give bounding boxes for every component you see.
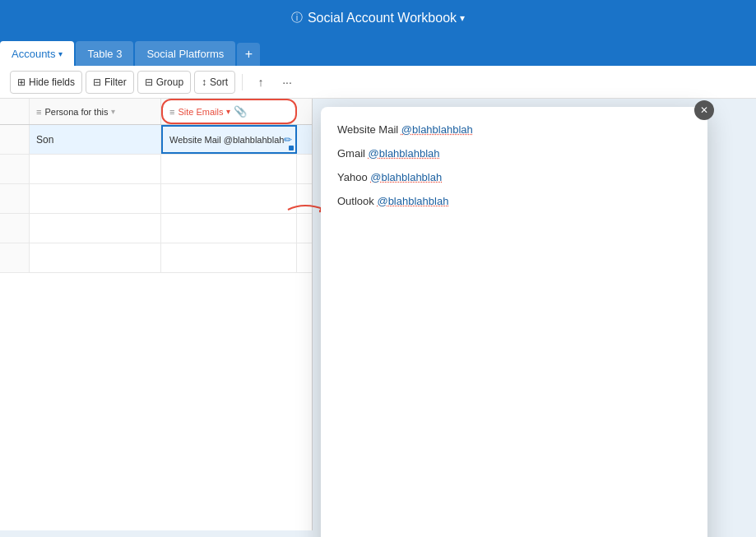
- row-2-site-emails-cell[interactable]: [161, 155, 297, 183]
- row-1-persona-value: Son: [36, 134, 53, 146]
- table-row: [0, 184, 312, 214]
- table-row: [0, 243, 312, 273]
- email-provider-0: Website Mail: [337, 123, 398, 136]
- workbook-title: Social Account Workbook: [308, 11, 457, 25]
- email-item-3: Outlook @blahblahblah: [337, 195, 691, 207]
- row-4-num: [0, 214, 30, 243]
- row-1-num: [0, 125, 30, 154]
- hide-fields-icon: ⊞: [17, 76, 26, 88]
- email-provider-3: Outlook: [337, 195, 374, 207]
- expand-dot: [289, 146, 294, 150]
- email-link-1[interactable]: @blahblahblah: [369, 147, 440, 160]
- email-link-0[interactable]: @blahblahblah: [401, 123, 473, 136]
- filter-button[interactable]: ⊟ Filter: [86, 71, 134, 94]
- email-popup: ✕ Website Mail @blahblahblah Gmail @blah…: [321, 107, 707, 537]
- more-options-button[interactable]: ···: [276, 71, 299, 94]
- popup-close-button[interactable]: ✕: [694, 100, 714, 120]
- sort-label: Sort: [210, 76, 228, 88]
- persona-field-icon: ≡: [36, 107, 41, 117]
- row-num-header: [0, 99, 30, 124]
- email-item-2: Yahoo @blahblahblah: [337, 171, 691, 183]
- table-row: [0, 214, 312, 243]
- tab-social-platforms[interactable]: Social Platforms: [135, 41, 235, 66]
- main-content: ≡ Persona for this ▾ ≡ Site Emails ▾ 📎 S…: [0, 99, 756, 530]
- row-4-site-emails-cell[interactable]: [161, 214, 297, 243]
- tab-table3[interactable]: Table 3: [76, 41, 133, 66]
- email-link-2[interactable]: @blahblahblah: [370, 171, 442, 183]
- hide-fields-button[interactable]: ⊞ Hide fields: [10, 71, 82, 94]
- site-emails-header-label: Site Emails: [178, 107, 223, 117]
- sort-button[interactable]: ↕ Sort: [194, 71, 235, 94]
- persona-column-header[interactable]: ≡ Persona for this ▾: [30, 99, 161, 124]
- hide-fields-label: Hide fields: [29, 76, 75, 88]
- row-3-num: [0, 184, 30, 213]
- row-4-persona-cell[interactable]: [30, 214, 161, 243]
- tab-bar: Accounts ▾ Table 3 Social Platforms +: [0, 36, 756, 66]
- group-icon: ⊟: [145, 76, 153, 88]
- tab-social-platforms-label: Social Platforms: [146, 48, 224, 60]
- tab-table3-label: Table 3: [87, 48, 122, 60]
- row-1-site-emails-value: Website Mail @blahblahblah: [169, 135, 284, 145]
- group-button[interactable]: ⊟ Group: [137, 71, 191, 94]
- row-1-persona-cell[interactable]: Son: [30, 125, 161, 154]
- tab-accounts[interactable]: Accounts ▾: [0, 41, 74, 66]
- tab-accounts-label: Accounts: [12, 48, 55, 60]
- table-row: Son Website Mail @blahblahblah ✏: [0, 125, 312, 155]
- share-button[interactable]: ↑: [249, 71, 272, 94]
- table-row: [0, 155, 312, 184]
- email-link-3[interactable]: @blahblahblah: [377, 195, 448, 207]
- row-5-persona-cell[interactable]: [30, 243, 161, 272]
- title-icon: ⓘ: [291, 11, 303, 25]
- column-header-row: ≡ Persona for this ▾ ≡ Site Emails ▾ 📎: [0, 99, 312, 125]
- title-bar: ⓘ Social Account Workbook ▾: [0, 0, 756, 36]
- toolbar-separator: [242, 74, 243, 90]
- group-label: Group: [156, 76, 183, 88]
- filter-icon: ⊟: [93, 76, 101, 88]
- title-dropdown-arrow[interactable]: ▾: [460, 12, 465, 24]
- row-3-persona-cell[interactable]: [30, 184, 161, 213]
- spreadsheet: ≡ Persona for this ▾ ≡ Site Emails ▾ 📎 S…: [0, 99, 313, 530]
- attach-icon: 📎: [234, 105, 247, 118]
- cell-edit-icon[interactable]: ✏: [284, 134, 292, 146]
- row-3-site-emails-cell[interactable]: [161, 184, 297, 213]
- email-item-0: Website Mail @blahblahblah: [337, 123, 691, 136]
- site-emails-column-header[interactable]: ≡ Site Emails ▾ 📎: [161, 99, 297, 124]
- persona-header-label: Persona for this: [44, 107, 108, 117]
- row-1-site-emails-cell[interactable]: Website Mail @blahblahblah ✏: [161, 125, 297, 154]
- persona-dropdown-icon: ▾: [111, 107, 115, 116]
- site-emails-dropdown-icon: ▾: [226, 107, 230, 116]
- row-5-num: [0, 243, 30, 272]
- sort-icon: ↕: [202, 76, 206, 88]
- filter-label: Filter: [104, 76, 127, 88]
- email-provider-1: Gmail: [337, 147, 365, 160]
- row-2-num: [0, 155, 30, 183]
- tab-add-button[interactable]: +: [237, 43, 260, 66]
- row-5-site-emails-cell[interactable]: [161, 243, 297, 272]
- popup-content: Website Mail @blahblahblah Gmail @blahbl…: [321, 107, 707, 537]
- toolbar: ⊞ Hide fields ⊟ Filter ⊟ Group ↕ Sort ↑ …: [0, 66, 756, 99]
- row-2-persona-cell[interactable]: [30, 155, 161, 183]
- email-item-1: Gmail @blahblahblah: [337, 147, 691, 160]
- tab-accounts-arrow: ▾: [58, 49, 63, 58]
- email-provider-2: Yahoo: [337, 171, 368, 183]
- site-emails-field-icon: ≡: [169, 107, 174, 117]
